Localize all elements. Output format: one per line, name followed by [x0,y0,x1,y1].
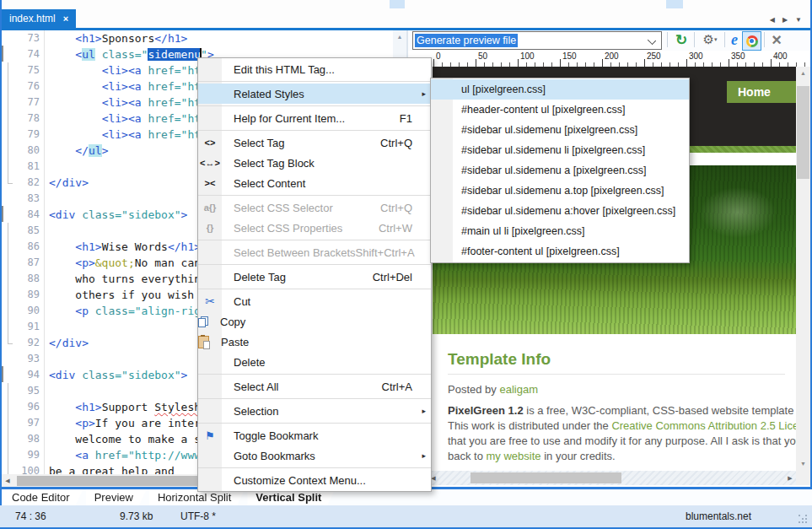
select-tag-icon: <> [198,138,222,148]
scrollbar-thumb[interactable] [797,86,809,179]
fold-gutter [2,431,14,447]
scrollbar-thumb[interactable] [471,472,621,483]
chevron-down-icon: ▾ [714,36,718,43]
fold-toggle-icon[interactable] [2,206,3,222]
site-link[interactable]: ealigam [499,383,538,396]
close-preview-button[interactable]: × [768,30,785,49]
menu-item-select-tag-block[interactable]: <↔>Select Tag Block [198,153,431,173]
fold-toggle-icon[interactable] [2,46,3,62]
fold-gutter [2,335,14,351]
submenu-item-header-content-ul-pixelgreen-css[interactable]: #header-content ul [pixelgreen.css] [431,100,689,120]
tab-index-html[interactable]: index.html × [2,9,76,28]
submenu-item-sidebar-ul-sidemenu-a-hover-pixelgreen-css[interactable]: #sidebar ul.sidemenu a:hover [pixelgreen… [431,201,689,221]
code-line-text [45,223,49,239]
line-number: 85 [14,223,45,239]
line-number: 79 [14,127,45,143]
submenu-item-sidebar-ul-sidemenu-a-pixelgreen-css[interactable]: #sidebar ul.sidemenu a [pixelgreen.css] [431,160,689,181]
menu-item-delete-tag[interactable]: Delete TagCtrl+Del [198,267,431,287]
file-size: 9.73 kb [120,510,153,522]
scroll-up-icon[interactable]: ▲ [796,67,810,80]
scroll-up-icon[interactable]: ▲ [393,30,406,43]
tab-close-icon[interactable]: × [63,13,68,24]
submenu-item-ul-pixelgreen-css[interactable]: ul [pixelgreen.css] [431,79,689,100]
submenu-item-footer-content-ul-pixelgreen-css[interactable]: #footer-content ul [pixelgreen.css] [431,241,689,262]
line-number: 93 [14,351,45,367]
menu-item-cut[interactable]: ✂Cut [198,291,431,311]
fold-guide [8,447,8,463]
menu-item-edit-this-html-tag[interactable]: Edit this HTML Tag... [198,59,431,79]
preview-horizontal-scrollbar[interactable]: ◀ ▶ [428,471,796,485]
fold-gutter [2,143,14,159]
menu-item-delete[interactable]: Delete [198,352,431,372]
submenu-item-sidebar-ul-sidemenu-a-top-pixelgreen-css[interactable]: #sidebar ul.sidemenu a.top [pixelgreen.c… [431,181,689,201]
menu-item-goto-bookmarks[interactable]: Goto Bookmarks▸ [198,445,431,466]
submenu-item-sidebar-ul-sidemenu-li-pixelgreen-css[interactable]: #sidebar ul.sidemenu li [pixelgreen.css] [431,140,689,160]
scroll-down-icon[interactable]: ▼ [796,457,810,471]
chevron-down-icon[interactable] [648,36,656,45]
scroll-left-icon[interactable]: ◀ [2,478,13,484]
fold-gutter [2,46,14,62]
site-nav-home[interactable]: Home [727,81,796,103]
view-tab-code-editor[interactable]: Code Editor [3,489,83,505]
menu-item-select-between-brackets[interactable]: Select Between BracketsShift+Ctrl+A [198,242,431,262]
ruler-major-tick [644,59,645,67]
context-menu: Edit this HTML Tag...Related Styles▸Help… [197,57,432,492]
fold-gutter [2,287,14,303]
tab-list-dropdown-icon[interactable]: ▼ [795,16,802,24]
menu-item-select-css-properties[interactable]: {}Select CSS PropertiesCtrl+W [198,218,431,238]
fold-gutter [2,351,14,367]
menu-item-select-css-selector[interactable]: a{}Select CSS SelectorCtrl+Q [198,197,431,218]
menu-item-shortcut: Ctrl+A [382,381,431,393]
line-number: 98 [14,431,45,447]
fold-toggle-icon[interactable] [2,366,3,382]
code-line-text: <li><a href="http [45,78,214,94]
line-number: 78 [14,111,45,127]
line-number: 96 [14,399,45,415]
refresh-icon: ↻ [675,31,687,49]
code-line-text: <li><a href="http [45,62,214,78]
submenu-item-sidebar-ul-sidemenu-pixelgreen-css[interactable]: #sidebar ul.sidemenu [pixelgreen.css] [431,120,689,140]
preview-vertical-scrollbar[interactable]: ▲ ▼ [796,67,810,471]
line-number: 73 [14,30,45,46]
menu-item-label: Selection [222,405,431,418]
menu-item-customize-context-menu[interactable]: Customize Context Menu... [198,470,431,490]
line-number: 75 [14,62,45,78]
pixel-ruler: 050100150200250300350400 [408,51,810,67]
menu-item-toggle-bookmark[interactable]: ⚑Toggle Bookmark [198,425,431,445]
menu-item-help-for-current-item[interactable]: Help for Current Item...F1 [198,108,431,128]
fold-gutter [2,94,14,111]
tab-scroll-right-icon[interactable]: ▶ [782,16,788,24]
fold-guide [8,287,8,303]
menu-item-copy[interactable]: Copy [198,311,431,332]
menu-item-select-content[interactable]: ><Select Content [198,173,431,193]
tab-scroll-left-icon[interactable]: ◀ [770,16,775,24]
refresh-button[interactable]: ↻ [672,30,691,49]
code-line[interactable]: 73 <h1>Sponsors</h1> [2,30,393,46]
app-window: index.html × ◀ ▶ ▼ 73 <h1>Sponsors</h1>7… [0,0,812,529]
site-link[interactable]: Creative Commons Attribution 2.5 License… [611,419,796,432]
preview-settings-button[interactable]: ⚙ ▾ [699,30,721,49]
menu-item-select-tag[interactable]: <>Select TagCtrl+Q [198,132,431,153]
menu-item-selection[interactable]: Selection▸ [198,401,431,421]
scroll-right-icon[interactable]: ▶ [784,475,796,482]
submenu-item-main-ul-li-pixelgreen-css[interactable]: #main ul li [pixelgreen.css] [431,221,689,241]
menu-item-label: Delete Tag [222,271,373,283]
preview-in-chrome-button[interactable] [742,31,761,51]
view-tab-preview[interactable]: Preview [86,489,147,505]
tab-label: index.html [9,13,56,24]
menu-item-related-styles[interactable]: Related Styles▸ [198,84,431,104]
template-description: PixelGreen 1.2 is a free, W3C-compliant,… [448,403,796,464]
fold-guide [8,78,8,94]
line-number: 97 [14,415,45,431]
menu-item-select-all[interactable]: Select AllCtrl+A [198,376,431,397]
fold-gutter [2,30,14,46]
preview-in-ie-button[interactable]: e [728,30,741,49]
tab-nav-arrows: ◀ ▶ ▼ [770,12,802,27]
combobox-value: Generate preview file [415,34,518,47]
line-number: 77 [14,94,45,111]
preview-mode-combobox[interactable]: Generate preview file [412,31,662,50]
resize-grip[interactable] [799,515,807,523]
menu-item-paste[interactable]: Paste [198,332,431,352]
ruler-label: 200 [605,51,619,61]
site-link[interactable]: my website [487,450,541,462]
